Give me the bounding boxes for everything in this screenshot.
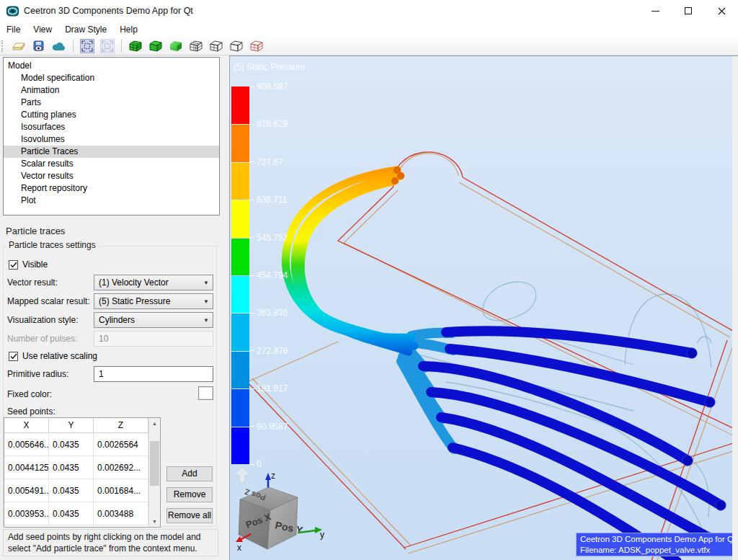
table-row[interactable]: 0.003953... 0.0435 0.003488: [4, 502, 160, 525]
tree-item-cutting-planes[interactable]: Cutting planes: [4, 109, 219, 121]
table-row[interactable]: 0.0044125 0.0435 0.002692...: [4, 456, 160, 479]
tree-item-plot[interactable]: Plot: [4, 195, 219, 207]
chevron-down-icon: ▼: [200, 317, 213, 324]
tree-item-model-specification[interactable]: Model specification: [4, 72, 219, 84]
table-row[interactable]: 0.005491... 0.0435 0.001684...: [4, 479, 160, 502]
legend-segment: [231, 275, 249, 313]
cell[interactable]: 0.003488: [94, 502, 148, 525]
fit-view-alt-icon: [100, 39, 115, 53]
column-header-x[interactable]: X: [4, 418, 49, 432]
tree-item-particle-traces[interactable]: Particle Traces: [4, 146, 219, 158]
draw-points-mesh-button[interactable]: [249, 38, 264, 54]
primitive-radius-input[interactable]: 1: [94, 366, 213, 382]
fit-view-button[interactable]: [79, 38, 95, 54]
tree-item-report-repository[interactable]: Report repository: [4, 182, 219, 195]
tree-item-scalar-results[interactable]: Scalar results: [4, 158, 219, 170]
table-row[interactable]: 0.005646... 0.0435 0.0026564: [4, 433, 160, 456]
tree-item-model[interactable]: Model: [4, 60, 219, 72]
legend-tick: 909.587: [249, 81, 288, 92]
add-button[interactable]: Add: [166, 466, 213, 481]
axis-y-label: y: [320, 530, 324, 540]
axis-z-label: z: [271, 471, 275, 481]
draw-surface-edges-button[interactable]: [148, 38, 164, 54]
menu-file[interactable]: File: [0, 22, 27, 37]
app-window: Ceetron 3D Components Demo App for Qt Fi…: [0, 0, 738, 560]
viewport-3d[interactable]: (5) Static Pressure 909.587 818.629 727.…: [229, 55, 732, 560]
menu-view[interactable]: View: [27, 22, 58, 37]
column-header-z[interactable]: Z: [94, 418, 148, 432]
visible-checkbox[interactable]: Visible: [9, 259, 48, 270]
legend-tick: 454.794: [249, 270, 288, 281]
visualization-style-label: Visualization style:: [7, 312, 79, 328]
cell[interactable]: 0.005646...: [4, 433, 49, 455]
page-title: Particle traces: [6, 226, 65, 236]
legend-tick: 272.876: [249, 345, 288, 357]
cloud-button[interactable]: [51, 38, 67, 54]
chevron-down-icon: ▼: [200, 298, 213, 305]
legend-segment: [231, 351, 249, 388]
pulses-label: Number of pulses:: [7, 331, 77, 347]
column-header-y[interactable]: Y: [49, 418, 94, 432]
legend-segment: [231, 427, 249, 464]
cell[interactable]: 0.0435: [49, 433, 94, 455]
tree-item-isosurfaces[interactable]: Isosurfaces: [4, 121, 219, 133]
scroll-up-icon[interactable]: ▲: [149, 418, 160, 429]
cell[interactable]: 0.003953...: [4, 502, 49, 525]
vector-result-select[interactable]: (1) Velocity Vector ▼: [94, 275, 213, 290]
draw-hidden-lines-mesh-button[interactable]: [188, 38, 204, 54]
menu-bar: File View Draw Style Help: [0, 22, 738, 37]
group-label: Particle traces settings: [6, 240, 99, 250]
tree-item-vector-results[interactable]: Vector results: [4, 170, 219, 182]
open-model-button[interactable]: [11, 38, 27, 54]
visualization-style-select[interactable]: Cylinders ▼: [94, 312, 213, 328]
menu-draw-style[interactable]: Draw Style: [58, 22, 113, 37]
tree-item-animation[interactable]: Animation: [4, 84, 219, 97]
cell[interactable]: 0.002692...: [94, 456, 148, 479]
close-button[interactable]: [705, 0, 738, 22]
fixed-color-swatch[interactable]: [198, 386, 213, 400]
menu-help[interactable]: Help: [113, 22, 144, 37]
axis-orientation-cube[interactable]: z Pos X Pos Y Pos Z x y: [230, 460, 331, 560]
pulses-input: 10: [94, 331, 213, 347]
save-snapshot-button[interactable]: [31, 38, 47, 54]
table-scrollbar[interactable]: ▲ ▼: [148, 418, 160, 527]
draw-surface-mesh-icon: [128, 40, 143, 53]
remove-button[interactable]: Remove: [166, 487, 213, 502]
cell[interactable]: 0.0026564: [94, 433, 148, 455]
mapped-scalar-select[interactable]: (5) Static Pressure ▼: [94, 293, 213, 309]
cell[interactable]: 0.0435: [49, 456, 94, 479]
scrollbar-thumb[interactable]: [150, 441, 159, 486]
draw-outline-button[interactable]: [228, 38, 244, 54]
fixed-color-label: Fixed color:: [7, 386, 52, 402]
fit-view-alt-button[interactable]: [99, 38, 115, 54]
scroll-down-icon[interactable]: ▼: [149, 516, 160, 527]
cell[interactable]: 0.005491...: [4, 479, 49, 502]
open-model-icon: [12, 39, 26, 53]
legend-tick: 727.67: [249, 156, 283, 168]
cloud-icon: [51, 40, 67, 52]
app-logo-icon: [6, 5, 19, 17]
draw-surface-mesh-button[interactable]: [128, 38, 143, 54]
legend-color-bar: [231, 86, 249, 464]
legend-tick: 181.917: [249, 383, 288, 394]
remove-all-button[interactable]: Remove all: [166, 508, 213, 523]
draw-mesh-icon: [209, 40, 223, 53]
cell[interactable]: 0.001684...: [94, 479, 148, 502]
draw-mesh-button[interactable]: [208, 38, 224, 54]
legend-segment: [231, 238, 249, 275]
tree-item-isovolumes[interactable]: Isovolumes: [4, 133, 219, 146]
toolbar-drag-handle[interactable]: [1, 40, 5, 52]
relative-scaling-checkbox[interactable]: Use relative scaling: [9, 351, 97, 361]
legend-tick: 363.835: [249, 307, 288, 319]
cell[interactable]: 0.0435: [49, 479, 94, 502]
fit-view-icon: [80, 39, 94, 53]
cell[interactable]: 0.0044125: [4, 456, 49, 479]
minimize-button[interactable]: [639, 0, 672, 22]
tree-item-parts[interactable]: Parts: [4, 97, 219, 109]
draw-surface-edges-icon: [148, 40, 163, 53]
legend-segment: [231, 124, 249, 161]
toolbar-separator: [73, 40, 74, 53]
cell[interactable]: 0.0435: [49, 502, 94, 525]
maximize-button[interactable]: [672, 0, 705, 22]
draw-surface-button[interactable]: [168, 38, 184, 54]
